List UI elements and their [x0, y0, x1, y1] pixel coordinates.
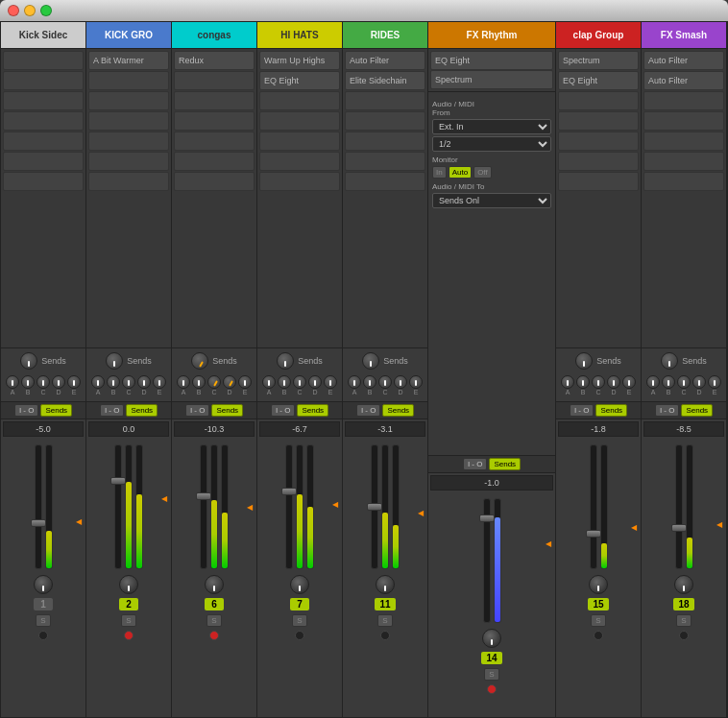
plugin-slot-hi-hats-6[interactable]	[259, 172, 340, 191]
plugin-slot-kick-sidec-1[interactable]	[3, 71, 84, 90]
sends-button-congas[interactable]: Sends	[211, 404, 243, 417]
knob-E-rides[interactable]	[409, 375, 423, 389]
solo-button-congas[interactable]: S	[206, 614, 221, 627]
plugin-slot-fx-smash-3[interactable]	[643, 111, 724, 131]
knob-E-hi-hats[interactable]	[324, 375, 337, 389]
plugin-slot-clap-group-2[interactable]	[558, 91, 639, 110]
sends-button-rides[interactable]: Sends	[382, 404, 414, 417]
fader-knob-kick-gro[interactable]	[110, 477, 126, 485]
knob-B-rides[interactable]	[363, 375, 376, 389]
plugin-slot-rides-0[interactable]: Auto Filter	[345, 51, 425, 70]
plugin-slot-hi-hats-5[interactable]	[259, 152, 340, 171]
knob-A-fx-smash[interactable]	[646, 375, 660, 389]
solo-button-hi-hats[interactable]: S	[292, 614, 306, 627]
record-button-fx-rhythm[interactable]	[487, 684, 497, 694]
pan-knob-fx-smash[interactable]	[674, 575, 693, 594]
channel-number-clap-group[interactable]: 15	[588, 598, 608, 610]
fader-track-kick-gro[interactable]	[114, 444, 122, 569]
io-button-kick-sidec[interactable]: I - O	[14, 404, 39, 417]
knob-D-kick-sidec[interactable]	[52, 375, 65, 389]
plugin-slot-kick-sidec-6[interactable]	[3, 172, 84, 191]
audio-to-select[interactable]: Sends Onl	[432, 193, 551, 208]
fader-knob-kick-sidec[interactable]	[31, 519, 46, 527]
knob-C-kick-gro[interactable]	[122, 375, 135, 389]
knob-C-congas[interactable]	[207, 375, 221, 389]
fader-knob-hi-hats[interactable]	[281, 488, 297, 495]
channel-number-fx-rhythm[interactable]: 14	[481, 652, 501, 664]
solo-button-kick-sidec[interactable]: S	[36, 614, 50, 627]
plugin-slot-congas-3[interactable]	[174, 111, 255, 131]
knob-B-kick-gro[interactable]	[107, 375, 120, 389]
knob-B-congas[interactable]	[192, 375, 206, 389]
plugin-slot-congas-2[interactable]	[174, 91, 255, 110]
record-button-kick-sidec[interactable]	[38, 631, 48, 640]
io-button-fx-rhythm[interactable]: I - O	[463, 458, 488, 470]
knob-D-congas[interactable]	[223, 375, 236, 389]
knob-A-rides[interactable]	[348, 375, 361, 389]
plugin-slot-hi-hats-3[interactable]	[259, 111, 340, 131]
fader-knob-fx-rhythm[interactable]	[479, 515, 495, 522]
sends-button-hi-hats[interactable]: Sends	[297, 404, 328, 417]
maximize-button[interactable]	[40, 5, 52, 16]
plugin-slot-hi-hats-4[interactable]	[259, 132, 340, 151]
plugin-slot-hi-hats-2[interactable]	[259, 91, 340, 110]
plugin-slot-fx-rhythm-1[interactable]: Spectrum	[430, 70, 553, 89]
knob-B-clap-group[interactable]	[576, 375, 590, 389]
fader-knob-fx-smash[interactable]	[671, 524, 687, 532]
plugin-slot-kick-sidec-3[interactable]	[3, 111, 84, 131]
plugin-slot-kick-gro-2[interactable]	[88, 91, 169, 110]
solo-button-fx-smash[interactable]: S	[676, 614, 691, 627]
pan-knob-rides[interactable]	[376, 575, 395, 594]
pan-knob-hi-hats[interactable]	[290, 575, 309, 594]
plugin-slot-kick-sidec-4[interactable]	[3, 132, 84, 151]
fader-track-fx-smash[interactable]	[675, 444, 683, 569]
channel-number-rides[interactable]: 11	[375, 598, 395, 610]
plugin-slot-hi-hats-1[interactable]: EQ Eight	[259, 71, 340, 90]
plugin-slot-kick-sidec-2[interactable]	[3, 91, 84, 110]
plugin-slot-fx-rhythm-0[interactable]: EQ Eight	[430, 51, 553, 70]
fader-track-rides[interactable]	[371, 444, 378, 569]
knob-B-hi-hats[interactable]	[278, 375, 291, 389]
io-button-kick-gro[interactable]: I - O	[100, 404, 125, 417]
knob-C-kick-sidec[interactable]	[36, 375, 50, 389]
knob-D-clap-group[interactable]	[607, 375, 620, 389]
pan-knob-fx-rhythm[interactable]	[482, 629, 501, 648]
plugin-slot-fx-smash-4[interactable]	[643, 132, 724, 151]
plugin-slot-congas-5[interactable]	[174, 152, 255, 171]
plugin-slot-rides-5[interactable]	[345, 152, 425, 171]
plugin-slot-fx-smash-6[interactable]	[643, 172, 724, 191]
plugin-slot-kick-gro-4[interactable]	[88, 132, 169, 151]
plugin-slot-clap-group-6[interactable]	[558, 172, 639, 191]
solo-button-clap-group[interactable]: S	[591, 614, 605, 627]
plugin-slot-rides-1[interactable]: Elite Sidechain	[345, 71, 425, 90]
minimize-button[interactable]	[24, 5, 36, 16]
record-button-congas[interactable]	[209, 631, 219, 640]
channel-number-hi-hats[interactable]: 7	[290, 598, 309, 610]
knob-B-kick-sidec[interactable]	[21, 375, 35, 389]
record-button-clap-group[interactable]	[594, 631, 603, 640]
plugin-slot-kick-gro-0[interactable]: A Bit Warmer	[88, 51, 169, 70]
io-button-clap-group[interactable]: I - O	[570, 404, 595, 417]
plugin-slot-kick-gro-5[interactable]	[88, 152, 169, 171]
main-knob-fx-smash[interactable]	[661, 352, 678, 370]
pan-knob-congas[interactable]	[205, 575, 224, 594]
knob-A-kick-sidec[interactable]	[6, 375, 19, 389]
plugin-slot-kick-sidec-0[interactable]	[3, 51, 84, 70]
record-button-rides[interactable]	[380, 631, 390, 640]
fader-knob-congas[interactable]	[196, 492, 211, 500]
plugin-slot-rides-4[interactable]	[345, 132, 425, 151]
plugin-slot-fx-smash-2[interactable]	[643, 91, 724, 110]
monitor-in-btn[interactable]: In	[432, 166, 447, 179]
sends-button-clap-group[interactable]: Sends	[595, 404, 627, 417]
channel-number-congas[interactable]: 6	[205, 598, 224, 610]
fader-track-clap-group[interactable]	[590, 444, 597, 569]
knob-D-kick-gro[interactable]	[137, 375, 151, 389]
knob-E-fx-smash[interactable]	[708, 375, 721, 389]
record-button-fx-smash[interactable]	[679, 631, 689, 640]
plugin-slot-congas-1[interactable]	[174, 71, 255, 90]
main-knob-kick-gro[interactable]	[106, 352, 123, 370]
main-knob-congas[interactable]	[191, 352, 208, 370]
knob-E-kick-sidec[interactable]	[67, 375, 81, 389]
sends-button-kick-sidec[interactable]: Sends	[40, 404, 72, 417]
sends-button-fx-rhythm[interactable]: Sends	[489, 458, 521, 470]
